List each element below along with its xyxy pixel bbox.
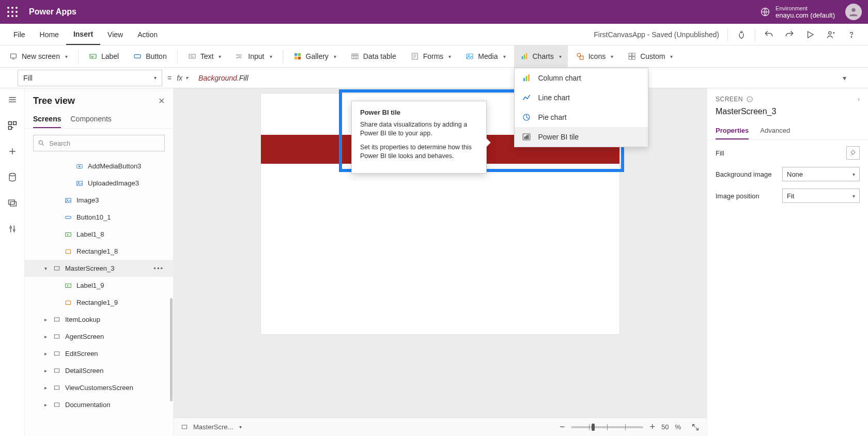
media-pane-icon[interactable] [6,197,19,209]
svg-rect-46 [13,122,16,125]
properties-tab-advanced[interactable]: Advanced [760,122,790,139]
tree-item[interactable]: UploadedImage3 [25,175,173,192]
redo-icon[interactable] [779,24,800,45]
charts-menu-powerbi-label: Power BI tile [538,133,579,141]
gallery-button[interactable]: Gallery ▾ [287,45,343,67]
tree-search-input[interactable]: Search [33,135,165,151]
expand-icon[interactable]: ▸ [42,334,49,339]
tree-item[interactable]: Label1_9 [25,277,173,294]
data-table-button[interactable]: Data table [345,45,402,67]
prop-bgimage-select[interactable]: None ▾ [782,167,860,181]
forms-button[interactable]: Forms ▾ [405,45,458,67]
svg-point-26 [468,55,470,56]
fit-to-window-icon[interactable] [691,423,700,431]
tree-item[interactable]: Label1_8 [25,226,173,243]
expand-icon[interactable]: ▸ [42,402,49,408]
charts-button[interactable]: Charts ▾ Column chart Line chart Pie cha… [514,45,568,67]
tree-view-icon[interactable] [6,119,19,132]
zoom-in-button[interactable]: + [649,422,655,432]
menu-insert[interactable]: Insert [66,24,100,45]
pie-chart-icon [522,113,531,122]
charts-menu-column[interactable]: Column chart [515,68,648,88]
preview-icon[interactable] [800,24,820,45]
expand-icon[interactable]: ▸ [42,317,49,322]
tree-tab-screens[interactable]: Screens [33,111,61,128]
image-icon [64,196,72,205]
prop-imgpos-select[interactable]: Fit ▾ [782,189,860,203]
info-icon[interactable] [746,96,753,103]
svg-point-52 [39,141,42,144]
zoom-slider[interactable] [571,426,643,428]
tree-item[interactable]: ▸Documentation [25,396,173,413]
tree-item[interactable]: ▸ItemLookup [25,311,173,328]
text-button[interactable]: Text ▾ [182,45,228,67]
charts-menu-powerbi[interactable]: Power BI tile [515,127,648,147]
property-selector[interactable]: Fill ▾ [18,70,162,86]
tree-item[interactable]: ▸ViewCustomersScreen [25,379,173,396]
tree-item-label: UploadedImage3 [88,179,139,187]
tree-item[interactable]: ▸AgentScreen [25,328,173,345]
environment-picker[interactable]: Environment enayu.com (default) [760,5,835,19]
svg-rect-60 [66,250,70,253]
tree-item[interactable]: Rectangle1_9 [25,294,173,311]
user-avatar[interactable] [845,4,862,20]
rect-icon [64,247,72,256]
screen-selector[interactable]: MasterScre... ▾ [181,423,242,431]
formula-identifier: Background [198,74,237,82]
tree-item[interactable]: ▾MasterScreen_3••• [25,260,173,277]
menu-home[interactable]: Home [33,24,66,45]
tree-item[interactable]: Rectangle1_8 [25,243,173,260]
properties-tab-properties[interactable]: Properties [716,122,749,139]
menu-file[interactable]: File [6,24,33,45]
icons-button[interactable]: Icons ▾ [570,45,619,67]
new-screen-button[interactable]: New screen ▾ [3,45,74,67]
tree-item[interactable]: ▸EditScreen [25,345,173,362]
media-button[interactable]: Media ▾ [459,45,512,67]
menu-action[interactable]: Action [130,24,165,45]
media-icon [75,162,84,170]
expand-icon[interactable]: ▸ [42,368,49,373]
tree-item[interactable]: AddMediaButton3 [25,158,173,175]
charts-menu-line[interactable]: Line chart [515,88,648,107]
undo-icon[interactable] [758,24,779,45]
formula-input[interactable]: Background.Fill [193,70,833,86]
formula-expand-icon[interactable]: ▾ [838,74,850,82]
menu-bar: File Home Insert View Action FirstCanvas… [0,24,868,45]
data-icon[interactable] [6,171,19,183]
close-icon[interactable]: ✕ [158,96,165,106]
svg-point-47 [9,174,16,176]
prop-fill-color-button[interactable] [846,146,860,160]
insert-pane-icon[interactable] [6,145,19,158]
expand-icon[interactable]: ▾ [42,266,49,271]
input-button[interactable]: Input ▾ [229,45,278,67]
tree-item[interactable]: Button10_1 [25,209,173,226]
svg-point-50 [10,227,11,228]
tree-item[interactable]: Image3 [25,192,173,209]
prop-imgpos-value: Fit [787,192,794,200]
custom-label: Custom [640,52,665,60]
hamburger-icon[interactable] [6,94,19,106]
button-button[interactable]: Button [127,45,173,67]
chevron-down-icon: ▾ [448,54,451,59]
help-icon[interactable] [841,24,862,45]
fx-button[interactable]: fx ▾ [177,74,188,82]
share-icon[interactable] [820,24,841,45]
custom-button[interactable]: Custom ▾ [622,45,679,67]
svg-rect-16 [189,54,195,58]
charts-menu-pie[interactable]: Pie chart [515,107,648,127]
chevron-right-icon[interactable]: › [858,96,860,103]
menu-view[interactable]: View [100,24,130,45]
app-checker-icon[interactable] [731,24,752,45]
label-button[interactable]: Label [83,45,125,67]
tree-tab-components[interactable]: Components [70,111,111,128]
zoom-out-button[interactable]: − [560,422,565,432]
waffle-icon[interactable] [6,6,19,18]
properties-section-label: SCREEN [716,96,743,103]
svg-rect-48 [8,200,14,204]
more-icon[interactable]: ••• [153,264,164,272]
tree-item[interactable]: ▸DetailScreen [25,362,173,379]
expand-icon[interactable]: ▸ [42,351,49,356]
expand-icon[interactable]: ▸ [42,385,49,391]
charts-menu-line-label: Line chart [538,94,570,102]
advanced-tools-icon[interactable] [6,223,19,235]
